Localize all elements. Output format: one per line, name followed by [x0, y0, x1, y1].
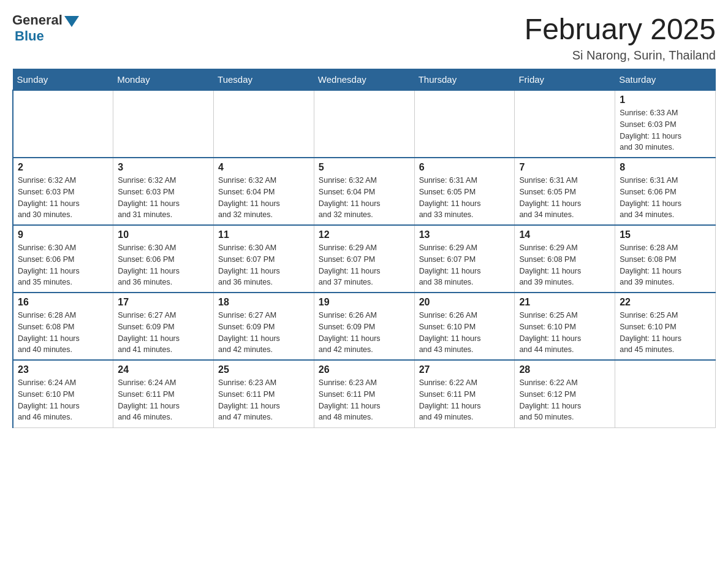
day-number: 15 [620, 229, 711, 240]
day-info: Sunrise: 6:29 AM Sunset: 6:07 PM Dayligh… [419, 242, 510, 288]
day-number: 24 [118, 364, 209, 375]
calendar-cell: 10Sunrise: 6:30 AM Sunset: 6:06 PM Dayli… [113, 225, 214, 293]
day-number: 23 [18, 364, 108, 375]
day-info: Sunrise: 6:30 AM Sunset: 6:06 PM Dayligh… [18, 242, 108, 288]
calendar-cell [314, 90, 414, 158]
calendar-cell: 5Sunrise: 6:32 AM Sunset: 6:04 PM Daylig… [314, 158, 414, 225]
day-number: 28 [519, 364, 610, 375]
calendar-cell: 20Sunrise: 6:26 AM Sunset: 6:10 PM Dayli… [414, 293, 515, 360]
calendar-cell: 22Sunrise: 6:25 AM Sunset: 6:10 PM Dayli… [615, 293, 716, 360]
day-info: Sunrise: 6:30 AM Sunset: 6:06 PM Dayligh… [118, 242, 209, 288]
day-number: 26 [319, 364, 410, 375]
calendar-cell: 25Sunrise: 6:23 AM Sunset: 6:11 PM Dayli… [214, 360, 314, 427]
week-row-3: 9Sunrise: 6:30 AM Sunset: 6:06 PM Daylig… [13, 225, 716, 293]
day-info: Sunrise: 6:31 AM Sunset: 6:06 PM Dayligh… [620, 175, 711, 221]
column-header-thursday: Thursday [414, 69, 515, 91]
day-info: Sunrise: 6:29 AM Sunset: 6:08 PM Dayligh… [519, 242, 610, 288]
calendar-cell: 7Sunrise: 6:31 AM Sunset: 6:05 PM Daylig… [515, 158, 615, 225]
day-number: 10 [118, 229, 209, 240]
day-number: 13 [419, 229, 510, 240]
calendar-cell: 24Sunrise: 6:24 AM Sunset: 6:11 PM Dayli… [113, 360, 214, 427]
day-info: Sunrise: 6:22 AM Sunset: 6:11 PM Dayligh… [419, 377, 510, 423]
day-number: 18 [218, 297, 309, 308]
column-header-monday: Monday [113, 69, 214, 91]
calendar-cell: 26Sunrise: 6:23 AM Sunset: 6:11 PM Dayli… [314, 360, 414, 427]
day-number: 25 [218, 364, 309, 375]
day-info: Sunrise: 6:25 AM Sunset: 6:10 PM Dayligh… [620, 310, 711, 356]
day-number: 2 [18, 162, 108, 173]
calendar-cell: 18Sunrise: 6:27 AM Sunset: 6:09 PM Dayli… [214, 293, 314, 360]
calendar-cell: 11Sunrise: 6:30 AM Sunset: 6:07 PM Dayli… [214, 225, 314, 293]
day-number: 27 [419, 364, 510, 375]
day-number: 6 [419, 162, 510, 173]
calendar-cell: 28Sunrise: 6:22 AM Sunset: 6:12 PM Dayli… [515, 360, 615, 427]
week-row-2: 2Sunrise: 6:32 AM Sunset: 6:03 PM Daylig… [13, 158, 716, 225]
week-row-4: 16Sunrise: 6:28 AM Sunset: 6:08 PM Dayli… [13, 293, 716, 360]
column-header-friday: Friday [515, 69, 615, 91]
day-number: 17 [118, 297, 209, 308]
day-info: Sunrise: 6:22 AM Sunset: 6:12 PM Dayligh… [519, 377, 610, 423]
day-number: 14 [519, 229, 610, 240]
location-text: Si Narong, Surin, Thailand [525, 48, 716, 63]
column-header-tuesday: Tuesday [214, 69, 314, 91]
day-number: 21 [519, 297, 610, 308]
calendar-cell [615, 360, 716, 427]
calendar-cell: 13Sunrise: 6:29 AM Sunset: 6:07 PM Dayli… [414, 225, 515, 293]
day-number: 20 [419, 297, 510, 308]
calendar-cell: 3Sunrise: 6:32 AM Sunset: 6:03 PM Daylig… [113, 158, 214, 225]
calendar-cell: 6Sunrise: 6:31 AM Sunset: 6:05 PM Daylig… [414, 158, 515, 225]
week-row-5: 23Sunrise: 6:24 AM Sunset: 6:10 PM Dayli… [13, 360, 716, 427]
calendar-cell: 27Sunrise: 6:22 AM Sunset: 6:11 PM Dayli… [414, 360, 515, 427]
calendar-table: SundayMondayTuesdayWednesdayThursdayFrid… [12, 69, 716, 428]
day-number: 5 [319, 162, 410, 173]
day-info: Sunrise: 6:28 AM Sunset: 6:08 PM Dayligh… [18, 310, 108, 356]
day-number: 4 [218, 162, 309, 173]
day-info: Sunrise: 6:33 AM Sunset: 6:03 PM Dayligh… [620, 107, 711, 153]
calendar-cell [214, 90, 314, 158]
calendar-cell [113, 90, 214, 158]
calendar-cell: 12Sunrise: 6:29 AM Sunset: 6:07 PM Dayli… [314, 225, 414, 293]
logo-general-text: General [12, 12, 63, 28]
calendar-cell: 23Sunrise: 6:24 AM Sunset: 6:10 PM Dayli… [13, 360, 113, 427]
month-title: February 2025 [525, 12, 716, 46]
calendar-cell: 21Sunrise: 6:25 AM Sunset: 6:10 PM Dayli… [515, 293, 615, 360]
day-info: Sunrise: 6:31 AM Sunset: 6:05 PM Dayligh… [519, 175, 610, 221]
column-header-saturday: Saturday [615, 69, 716, 91]
logo-arrow-icon [64, 16, 79, 27]
day-info: Sunrise: 6:26 AM Sunset: 6:09 PM Dayligh… [319, 310, 410, 356]
day-number: 1 [620, 94, 711, 105]
calendar-cell: 9Sunrise: 6:30 AM Sunset: 6:06 PM Daylig… [13, 225, 113, 293]
calendar-header-row: SundayMondayTuesdayWednesdayThursdayFrid… [13, 69, 716, 91]
page-header: General Blue February 2025 Si Narong, Su… [12, 12, 716, 63]
logo: General Blue [12, 12, 79, 44]
day-info: Sunrise: 6:24 AM Sunset: 6:10 PM Dayligh… [18, 377, 108, 423]
day-info: Sunrise: 6:25 AM Sunset: 6:10 PM Dayligh… [519, 310, 610, 356]
calendar-cell [414, 90, 515, 158]
day-number: 7 [519, 162, 610, 173]
calendar-cell: 14Sunrise: 6:29 AM Sunset: 6:08 PM Dayli… [515, 225, 615, 293]
day-number: 22 [620, 297, 711, 308]
logo-blue-text: Blue [15, 28, 44, 44]
day-info: Sunrise: 6:32 AM Sunset: 6:04 PM Dayligh… [218, 175, 309, 221]
day-info: Sunrise: 6:28 AM Sunset: 6:08 PM Dayligh… [620, 242, 711, 288]
day-number: 11 [218, 229, 309, 240]
day-info: Sunrise: 6:32 AM Sunset: 6:04 PM Dayligh… [319, 175, 410, 221]
day-info: Sunrise: 6:32 AM Sunset: 6:03 PM Dayligh… [18, 175, 108, 221]
day-number: 12 [319, 229, 410, 240]
calendar-cell: 16Sunrise: 6:28 AM Sunset: 6:08 PM Dayli… [13, 293, 113, 360]
day-number: 8 [620, 162, 711, 173]
day-info: Sunrise: 6:27 AM Sunset: 6:09 PM Dayligh… [218, 310, 309, 356]
day-info: Sunrise: 6:27 AM Sunset: 6:09 PM Dayligh… [118, 310, 209, 356]
calendar-cell: 17Sunrise: 6:27 AM Sunset: 6:09 PM Dayli… [113, 293, 214, 360]
day-info: Sunrise: 6:32 AM Sunset: 6:03 PM Dayligh… [118, 175, 209, 221]
column-header-wednesday: Wednesday [314, 69, 414, 91]
day-number: 9 [18, 229, 108, 240]
calendar-cell: 4Sunrise: 6:32 AM Sunset: 6:04 PM Daylig… [214, 158, 314, 225]
day-info: Sunrise: 6:29 AM Sunset: 6:07 PM Dayligh… [319, 242, 410, 288]
day-info: Sunrise: 6:31 AM Sunset: 6:05 PM Dayligh… [419, 175, 510, 221]
calendar-cell: 8Sunrise: 6:31 AM Sunset: 6:06 PM Daylig… [615, 158, 716, 225]
calendar-cell: 1Sunrise: 6:33 AM Sunset: 6:03 PM Daylig… [615, 90, 716, 158]
day-info: Sunrise: 6:26 AM Sunset: 6:10 PM Dayligh… [419, 310, 510, 356]
calendar-cell: 15Sunrise: 6:28 AM Sunset: 6:08 PM Dayli… [615, 225, 716, 293]
calendar-cell [13, 90, 113, 158]
